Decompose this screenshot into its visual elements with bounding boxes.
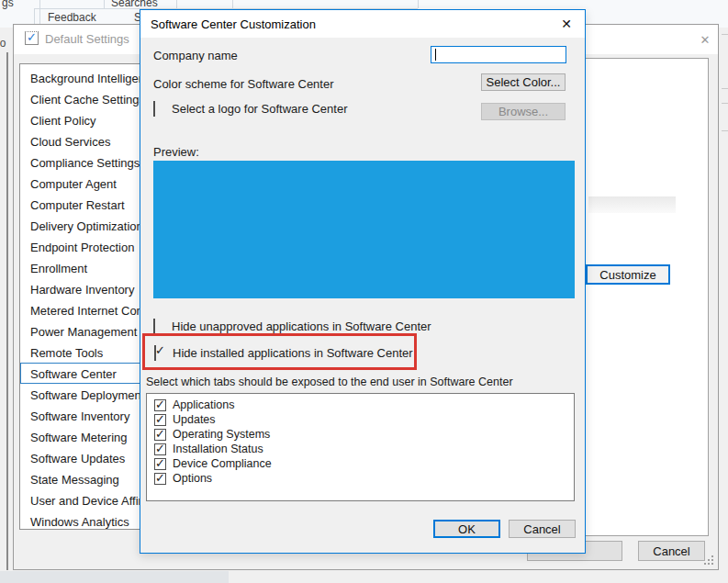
sidebar-item[interactable]: Software Updates [20, 447, 152, 468]
color-scheme-label: Color scheme for Software Center [153, 77, 334, 91]
preview-box [153, 161, 575, 298]
sidebar-item[interactable]: Compliance Settings [20, 151, 152, 173]
logo-checkbox-label: Select a logo for Software Center [172, 102, 348, 116]
sidebar-item[interactable]: Endpoint Protection [20, 236, 152, 257]
tab-label: Updates [173, 413, 216, 426]
sidebar-item-label: User and Device Affinity [30, 494, 153, 508]
sidebar-item-label: Enrollment [30, 262, 87, 275]
settings-category-list[interactable]: Background Intelligent Client Cache Sett… [19, 63, 153, 530]
checkbox-icon [154, 473, 166, 485]
sidebar-item-label: State Messaging [30, 473, 119, 487]
sidebar-item[interactable]: Windows Analytics [20, 510, 152, 530]
sidebar-item-label: Background Intelligent [30, 72, 149, 85]
sidebar-item-label: Metered Internet Conne [30, 304, 153, 318]
ribbon-divider [39, 0, 40, 27]
software-center-customization-dialog: Software Center Customization ✕ Company … [140, 9, 586, 554]
sidebar-item[interactable]: Client Policy [20, 109, 152, 130]
default-settings-cancel-button[interactable]: Cancel [638, 541, 705, 561]
tabs-list[interactable]: Applications Updates Operating Systems I… [146, 393, 575, 501]
company-name-label: Company name [153, 49, 238, 62]
customization-dialog-title: Software Center Customization [151, 17, 316, 31]
customization-titlebar[interactable]: Software Center Customization ✕ [140, 10, 585, 38]
sidebar-item[interactable]: Computer Restart [20, 194, 152, 215]
background-pane-divider [6, 52, 8, 570]
tab-checkbox-row[interactable]: Updates [154, 412, 574, 427]
tab-checkbox-row[interactable]: Operating Systems [154, 427, 574, 442]
hide-installed-label: Hide installed applications in Software … [173, 346, 413, 360]
checkbox-icon [154, 429, 166, 441]
sidebar-item-label: Software Center [30, 367, 117, 381]
sidebar-item[interactable]: State Messaging [20, 468, 152, 489]
tab-label: Installation Status [173, 443, 263, 455]
resize-grip-icon[interactable] [704, 555, 715, 566]
sidebar-item-label: Computer Agent [30, 177, 117, 191]
sidebar-item[interactable]: Client Cache Settings [20, 88, 152, 109]
sidebar-item-label: Software Deployment [30, 388, 144, 402]
hide-unapproved-label: Hide unapproved applications in Software… [172, 320, 431, 333]
tab-label: Applications [173, 398, 234, 411]
tab-label: Operating Systems [173, 428, 270, 441]
sidebar-item[interactable]: Cloud Services [20, 130, 152, 151]
ok-button[interactable]: OK [433, 520, 500, 538]
ribbon-divider [176, 0, 177, 8]
select-color-button[interactable]: Select Color... [481, 73, 566, 91]
checkbox-icon [154, 414, 166, 426]
tab-checkbox-row[interactable]: Applications [154, 398, 574, 412]
sidebar-item-label: Power Management [30, 325, 137, 339]
sidebar-item-label: Windows Analytics [30, 515, 129, 529]
hide-installed-checkbox[interactable] [154, 346, 156, 360]
ribbon-divider [104, 0, 105, 8]
ribbon-tab-feedback[interactable]: Feedback [48, 11, 96, 24]
default-settings-icon: ✓ [25, 31, 39, 45]
text-caret [435, 49, 436, 61]
sidebar-item-label: Cloud Services [30, 135, 110, 149]
tab-checkbox-row[interactable]: Installation Status [154, 442, 574, 456]
background-row-line [722, 34, 728, 35]
sidebar-item[interactable]: Background Intelligent [20, 67, 152, 88]
close-icon[interactable]: ✕ [695, 30, 715, 49]
sidebar-item[interactable]: Power Management [20, 320, 152, 342]
sidebar-item-label: Client Policy [30, 114, 96, 128]
sidebar-item-label: Software Metering [30, 431, 128, 444]
sidebar-item[interactable]: Metered Internet Conne [20, 299, 152, 320]
checkbox-icon [153, 319, 155, 334]
checkbox-icon [154, 443, 166, 455]
sidebar-item-label: Hardware Inventory [30, 283, 134, 297]
sidebar-item[interactable]: Computer Agent [20, 173, 152, 194]
tab-checkbox-row[interactable]: Device Compliance [154, 456, 574, 471]
tab-label: Device Compliance [173, 457, 272, 470]
sidebar-item-label: Software Updates [30, 452, 125, 465]
sidebar-item[interactable]: Software Deployment [20, 384, 152, 405]
ribbon-divider [418, 0, 419, 8]
sidebar-item[interactable]: User and Device Affinity [20, 489, 152, 510]
tab-checkbox-row[interactable]: Options [154, 471, 574, 486]
cancel-button[interactable]: Cancel [509, 520, 576, 538]
sidebar-item-label: Endpoint Protection [30, 241, 134, 254]
checkbox-icon [154, 458, 166, 470]
sidebar-item[interactable]: Software Metering [20, 426, 152, 447]
close-icon[interactable]: ✕ [555, 14, 577, 34]
tab-label: Options [173, 472, 212, 485]
sidebar-item-label: Remote Tools [30, 346, 103, 360]
checkbox-icon [153, 101, 155, 117]
background-row-line [722, 103, 728, 104]
sidebar-item[interactable]: Software Inventory [20, 405, 152, 426]
default-settings-title: Default Settings [45, 32, 129, 46]
company-name-input[interactable] [431, 46, 566, 63]
browse-button: Browse... [481, 103, 566, 120]
sidebar-item[interactable]: Software Center [20, 363, 152, 384]
sidebar-item-label: Compliance Settings [30, 156, 140, 170]
logo-checkbox[interactable] [153, 102, 155, 116]
preview-label: Preview: [153, 145, 199, 159]
sidebar-item[interactable]: Enrollment [20, 257, 152, 278]
ribbon-divider [232, 0, 233, 8]
background-partial-text: io [0, 37, 10, 50]
sidebar-item-label: Delivery Optimization [30, 219, 143, 233]
customize-button[interactable]: Customize [586, 264, 670, 285]
sidebar-item[interactable]: Delivery Optimization [20, 215, 152, 236]
sidebar-item[interactable]: Hardware Inventory [20, 278, 152, 299]
hide-unapproved-checkbox[interactable] [153, 320, 155, 333]
sidebar-item[interactable]: Remote Tools [20, 342, 152, 363]
sidebar-item-label: Client Cache Settings [30, 93, 145, 107]
checkbox-icon [154, 345, 156, 361]
